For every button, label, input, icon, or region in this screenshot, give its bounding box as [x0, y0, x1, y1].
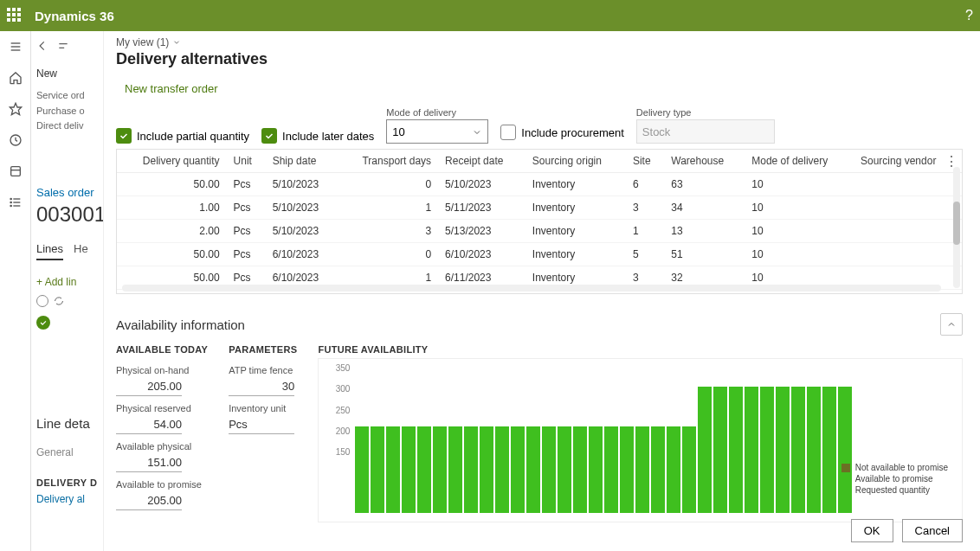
help-icon[interactable]: ? — [965, 8, 973, 23]
col-header[interactable]: Sourcing origin — [525, 150, 626, 173]
waffle-icon[interactable] — [7, 8, 23, 23]
table-cell: 1 — [338, 196, 439, 220]
star-icon[interactable] — [9, 102, 23, 116]
col-header[interactable]: Mode of delivery — [745, 150, 854, 173]
filter-row: Include partial quantity Include later d… — [116, 107, 963, 144]
chart-bar — [760, 387, 774, 513]
chart-bar — [511, 426, 525, 513]
new-transfer-order-link[interactable]: New transfer order — [125, 82, 218, 95]
mode-select[interactable]: 10 — [386, 119, 488, 144]
menu-icon[interactable] — [9, 40, 23, 54]
table-cell: 6/10/2023 — [266, 243, 338, 266]
chart-bar — [776, 387, 790, 513]
future-header: FUTURE AVAILABILITY — [318, 344, 963, 355]
y-tick-label: 250 — [324, 406, 350, 415]
table-cell: Inventory — [525, 243, 626, 266]
col-header[interactable]: Ship date — [266, 150, 338, 173]
available-today-header: AVAILABLE TODAY — [116, 344, 208, 355]
chevron-down-icon — [472, 127, 482, 138]
home-icon[interactable] — [9, 71, 23, 85]
table-row[interactable]: 2.00Pcs5/10/202335/13/2023Inventory11310 — [117, 220, 962, 243]
chart-bar — [822, 387, 836, 513]
table-cell: Pcs — [227, 173, 266, 196]
tool-icon[interactable] — [57, 40, 69, 52]
checkbox-checked-icon — [116, 128, 132, 144]
tab-general[interactable]: General — [36, 446, 98, 458]
chart-legend: Not available to promiseAvailable to pro… — [841, 463, 948, 497]
cancel-button[interactable]: Cancel — [902, 519, 963, 542]
line-details-header: Line deta — [36, 416, 98, 431]
delivery-section-label: DELIVERY D — [36, 477, 98, 488]
table-cell: Pcs — [227, 196, 266, 220]
ok-button[interactable]: OK — [851, 519, 893, 542]
table-cell: Pcs — [227, 220, 266, 243]
chart-bar — [620, 426, 634, 513]
new-label[interactable]: New — [36, 64, 98, 83]
svg-point-12 — [10, 205, 11, 206]
back-icon[interactable] — [36, 40, 48, 52]
delivery-alt-link[interactable]: Delivery al — [36, 493, 98, 505]
page-title: Delivery alternatives — [116, 50, 963, 68]
inv-unit-label: Inventory unit — [229, 403, 297, 413]
col-header[interactable]: Receipt date — [438, 150, 525, 173]
legend-item: Not available to promise — [841, 463, 948, 472]
list-icon[interactable] — [9, 195, 23, 209]
col-header[interactable]: Transport days — [338, 150, 439, 173]
table-cell: 10 — [745, 196, 854, 220]
legend-swatch — [841, 486, 850, 495]
chart-bar — [417, 426, 431, 513]
h-scrollbar[interactable] — [122, 285, 941, 292]
table-cell: 6 — [626, 173, 664, 196]
include-partial-checkbox[interactable]: Include partial quantity — [116, 128, 249, 144]
sales-order-number: 003001 — [36, 202, 98, 227]
col-header[interactable]: Warehouse — [664, 150, 745, 173]
atp-value[interactable]: 205.00 — [116, 491, 182, 510]
table-row[interactable]: 1.00Pcs5/10/202315/11/2023Inventory33410 — [117, 196, 962, 220]
include-procurement-label: Include procurement — [521, 126, 624, 139]
chart-bar — [635, 426, 649, 513]
row-status-ok-icon — [36, 316, 50, 330]
svg-rect-5 — [10, 167, 20, 176]
table-cell: 5/13/2023 — [438, 220, 525, 243]
include-procurement-checkbox[interactable]: Include procurement — [500, 125, 624, 140]
inv-unit-value[interactable]: Pcs — [229, 415, 294, 434]
table-cell: 51 — [664, 243, 745, 266]
svg-point-11 — [10, 202, 11, 202]
breadcrumb[interactable]: My view (1) — [116, 36, 963, 48]
phys-reserved-label: Physical reserved — [116, 403, 208, 413]
table-cell: 1.00 — [117, 196, 227, 220]
table-cell: 5/10/2023 — [438, 173, 525, 196]
phys-onhand-value[interactable]: 205.00 — [116, 377, 182, 396]
table-cell: 10 — [745, 220, 854, 243]
tab-lines[interactable]: Lines — [36, 242, 63, 260]
refresh-icon[interactable] — [54, 296, 64, 306]
table-row[interactable]: 50.00Pcs5/10/202305/10/2023Inventory6631… — [117, 173, 962, 196]
scrollbar-thumb[interactable] — [953, 202, 960, 245]
include-later-checkbox[interactable]: Include later dates — [261, 128, 374, 144]
y-tick-label: 150 — [324, 447, 350, 457]
collapse-button[interactable] — [940, 313, 963, 336]
include-partial-label: Include partial quantity — [137, 130, 249, 143]
table-cell: 63 — [664, 173, 745, 196]
sales-order-label[interactable]: Sales order — [36, 186, 98, 199]
chart-bar — [371, 426, 384, 513]
clock-icon[interactable] — [9, 133, 23, 147]
col-header[interactable]: Unit — [227, 150, 266, 173]
table-cell: 0 — [338, 243, 439, 266]
chart-bar — [480, 426, 493, 513]
module-icon[interactable] — [9, 164, 23, 178]
col-header[interactable]: Delivery quantity — [117, 150, 227, 173]
row-select-circle[interactable] — [36, 295, 48, 307]
chevron-up-icon — [946, 319, 957, 330]
atp-fence-value[interactable]: 30 — [229, 377, 294, 396]
avail-phys-value[interactable]: 151.00 — [116, 453, 182, 472]
add-line-button[interactable]: + Add lin — [36, 276, 98, 288]
phys-reserved-value[interactable]: 54.00 — [116, 415, 182, 434]
chevron-down-icon — [172, 38, 181, 47]
table-row[interactable]: 50.00Pcs6/10/202306/10/2023Inventory5511… — [117, 243, 962, 266]
availability-chart: 150200250300350 Not available to promise… — [318, 358, 963, 522]
tab-header[interactable]: He — [74, 242, 88, 260]
alternatives-table: Delivery quantityUnitShip dateTransport … — [117, 150, 962, 294]
chart-bar — [807, 387, 821, 513]
col-header[interactable]: Site — [626, 150, 664, 173]
